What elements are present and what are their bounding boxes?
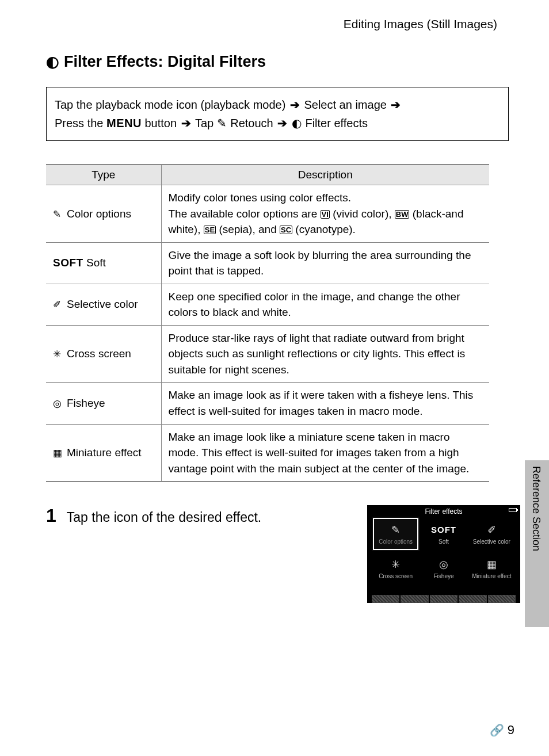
- cross-screen-icon: ✳: [391, 558, 400, 571]
- type-label: Miniature effect: [67, 446, 142, 459]
- filter-option-miniature[interactable]: ▦ Miniature effect: [468, 551, 516, 586]
- nav-text: Tap the playback mode icon (playback mod…: [55, 98, 285, 111]
- retouch-icon: ✎: [217, 114, 227, 132]
- type-label: Color options: [67, 208, 131, 220]
- camera-screen-preview: Filter effects ✎ Color options SOFT Soft…: [367, 505, 520, 603]
- sepia-icon: SE: [204, 226, 216, 234]
- page-title-row: ◐ Filter Effects: Digital Filters: [46, 53, 520, 71]
- cell-label: Color options: [379, 539, 413, 545]
- arrow-icon: ➔: [289, 98, 301, 111]
- table-row: ✎Color options Modify color tones using …: [46, 185, 489, 243]
- table-row: ✳Cross screen Produce star-like rays of …: [46, 325, 489, 383]
- miniature-icon: ▦: [53, 446, 67, 461]
- arrow-icon: ➔: [180, 117, 192, 129]
- type-label: Selective color: [67, 298, 138, 310]
- color-options-icon: ✎: [53, 208, 67, 222]
- section-label: Reference Section: [530, 466, 542, 551]
- vivid-color-icon: VI: [321, 210, 330, 219]
- page-number: 🔗 9: [490, 723, 514, 738]
- page-num-value: 9: [508, 723, 514, 738]
- fisheye-icon: ◎: [53, 397, 67, 411]
- type-desc: Give the image a soft look by blurring t…: [161, 242, 489, 284]
- nav-text: Retouch: [230, 117, 273, 129]
- reference-icon: 🔗: [490, 723, 504, 737]
- table-row: ✐Selective color Keep one specified colo…: [46, 284, 489, 325]
- nav-text: Select an image: [304, 98, 386, 111]
- type-desc: Modify color tones using color effects. …: [161, 185, 489, 243]
- menu-button-label: MENU: [106, 117, 142, 129]
- arrow-icon: ➔: [390, 98, 402, 111]
- step-text: Tap the icon of the desired effect.: [67, 506, 261, 525]
- table-row: ◎Fisheye Make an image look as if it wer…: [46, 383, 489, 424]
- nav-text: Filter effects: [305, 117, 368, 129]
- filter-effects-table: Type Description ✎Color options Modify c…: [46, 164, 489, 482]
- selective-color-icon: ✐: [53, 298, 67, 312]
- breadcrumb: Editing Images (Still Images): [46, 17, 520, 31]
- selective-color-icon: ✐: [487, 524, 496, 536]
- fisheye-icon: ◎: [439, 558, 448, 571]
- step-row: 1 Tap the icon of the desired effect. Fi…: [46, 505, 520, 603]
- filter-option-color-options[interactable]: ✎ Color options: [372, 517, 420, 551]
- battery-icon: [509, 508, 517, 512]
- col-header-description: Description: [161, 165, 489, 185]
- desc-text: (vivid color),: [333, 208, 395, 220]
- nav-text: button: [142, 117, 177, 129]
- type-label: Soft: [86, 257, 106, 269]
- cross-screen-icon: ✳: [53, 348, 67, 362]
- navigation-path-box: Tap the playback mode icon (playback mod…: [46, 87, 509, 141]
- type-label: Fisheye: [67, 397, 105, 409]
- filter-option-soft[interactable]: SOFT Soft: [420, 517, 467, 551]
- filter-effects-icon: ◐: [292, 114, 302, 132]
- cell-label: Miniature effect: [472, 573, 511, 579]
- cell-label: Soft: [439, 539, 449, 545]
- black-white-icon: BW: [395, 210, 410, 219]
- color-options-icon: ✎: [391, 524, 400, 536]
- soft-icon: SOFT: [431, 524, 456, 536]
- type-label: Cross screen: [67, 348, 131, 360]
- type-desc: Keep one specified color in the image, a…: [161, 284, 489, 325]
- cell-label: Fisheye: [433, 573, 453, 579]
- col-header-type: Type: [46, 165, 161, 185]
- type-desc: Make an image look as if it were taken w…: [161, 383, 489, 424]
- miniature-icon: ▦: [487, 558, 497, 571]
- cell-label: Selective color: [473, 539, 510, 545]
- filter-option-fisheye[interactable]: ◎ Fisheye: [420, 551, 467, 586]
- cyanotype-icon: SC: [280, 226, 292, 234]
- filter-option-cross-screen[interactable]: ✳ Cross screen: [372, 551, 420, 586]
- screen-title: Filter effects: [367, 505, 520, 517]
- arrow-icon: ➔: [276, 117, 288, 129]
- type-desc: Make an image look like a miniature scen…: [161, 424, 489, 482]
- table-row: SOFT Soft Give the image a soft look by …: [46, 242, 489, 284]
- page-title: Filter Effects: Digital Filters: [64, 53, 266, 71]
- thumbnail-strip: [372, 595, 516, 603]
- type-desc: Produce star-like rays of light that rad…: [161, 325, 489, 383]
- desc-text: (sepia), and: [219, 223, 280, 235]
- cell-label: Cross screen: [379, 573, 413, 579]
- soft-icon: SOFT: [53, 257, 83, 269]
- nav-text: Press the: [55, 117, 106, 129]
- filter-option-selective-color[interactable]: ✐ Selective color: [468, 517, 516, 551]
- nav-text: Tap: [195, 117, 214, 129]
- step-number: 1: [46, 505, 56, 526]
- filter-effects-icon: ◐: [46, 53, 59, 71]
- table-row: ▦Miniature effect Make an image look lik…: [46, 424, 489, 482]
- desc-text: (cyanotype).: [295, 223, 356, 235]
